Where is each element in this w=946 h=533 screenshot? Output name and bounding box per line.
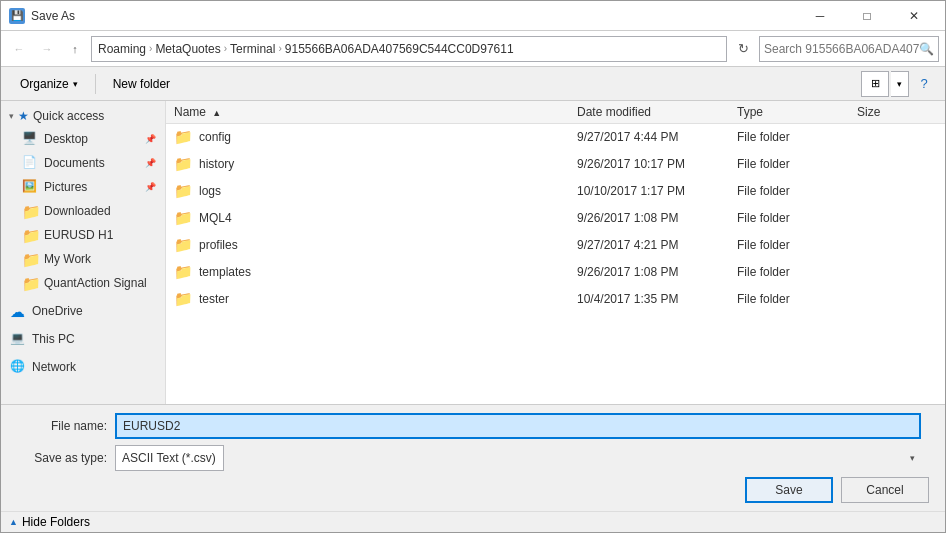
new-folder-label: New folder <box>113 77 170 91</box>
col-name-header[interactable]: Name ▲ <box>174 105 577 119</box>
folder-icon: 📁 <box>174 263 193 281</box>
main-content: ▾ ★ Quick access 🖥️ Desktop 📌 📄 Document… <box>1 101 945 404</box>
file-date-cell: 9/27/2017 4:44 PM <box>577 130 737 144</box>
action-row: Save Cancel <box>17 477 929 503</box>
file-type-cell: File folder <box>737 130 857 144</box>
sidebar-item-downloaded[interactable]: 📁 Downloaded <box>1 199 165 223</box>
organize-label: Organize <box>20 77 69 91</box>
desktop-pin: 📌 <box>145 134 156 144</box>
file-name-cell: 📁 templates <box>174 263 577 281</box>
close-button[interactable]: ✕ <box>891 1 937 31</box>
thispc-section: 💻 This PC <box>1 327 165 351</box>
address-path[interactable]: Roaming › MetaQuotes › Terminal › 915566… <box>91 36 727 62</box>
hide-folders-bar[interactable]: ▲ Hide Folders <box>1 511 945 532</box>
file-date-cell: 9/26/2017 10:17 PM <box>577 157 737 171</box>
table-row[interactable]: 📁 templates 9/26/2017 1:08 PM File folde… <box>166 259 945 286</box>
sort-arrow: ▲ <box>212 108 221 118</box>
filename-label: File name: <box>17 419 107 433</box>
file-type-cell: File folder <box>737 292 857 306</box>
window-controls: ─ □ ✕ <box>797 1 937 31</box>
desktop-label: Desktop <box>44 132 88 146</box>
address-bar: ← → ↑ Roaming › MetaQuotes › Terminal › … <box>1 31 945 67</box>
view-dropdown-button[interactable]: ▾ <box>891 71 909 97</box>
file-name-text: profiles <box>199 238 238 252</box>
folder-icon: 📁 <box>174 209 193 227</box>
table-row[interactable]: 📁 config 9/27/2017 4:44 PM File folder <box>166 124 945 151</box>
folder-icon: 📁 <box>174 182 193 200</box>
file-name-cell: 📁 MQL4 <box>174 209 577 227</box>
refresh-button[interactable]: ↻ <box>731 37 755 61</box>
table-row[interactable]: 📁 tester 10/4/2017 1:35 PM File folder <box>166 286 945 313</box>
quick-access-chevron: ▾ <box>9 111 14 121</box>
savetype-select[interactable]: ASCII Text (*.csv) <box>115 445 224 471</box>
cancel-button[interactable]: Cancel <box>841 477 929 503</box>
breadcrumb-part-4: 915566BA06ADA407569C544CC0D97611 <box>285 42 514 56</box>
table-row[interactable]: 📁 MQL4 9/26/2017 1:08 PM File folder <box>166 205 945 232</box>
table-row[interactable]: 📁 profiles 9/27/2017 4:21 PM File folder <box>166 232 945 259</box>
sidebar-item-pictures[interactable]: 🖼️ Pictures 📌 <box>1 175 165 199</box>
file-name-text: MQL4 <box>199 211 232 225</box>
search-box: 🔍 <box>759 36 939 62</box>
table-row[interactable]: 📁 logs 10/10/2017 1:17 PM File folder <box>166 178 945 205</box>
savetype-row: Save as type: ASCII Text (*.csv) ▾ <box>17 445 929 471</box>
savetype-arrow: ▾ <box>910 453 915 463</box>
breadcrumb-part-1: Roaming <box>98 42 146 56</box>
organize-button[interactable]: Organize ▾ <box>9 71 89 97</box>
onedrive-section: ☁ OneDrive <box>1 299 165 323</box>
file-name-text: templates <box>199 265 251 279</box>
up-button[interactable]: ↑ <box>63 37 87 61</box>
quick-access-header[interactable]: ▾ ★ Quick access <box>1 105 165 127</box>
hide-folders-label: Hide Folders <box>22 515 90 529</box>
toolbar-separator <box>95 74 96 94</box>
bottom-area: File name: Save as type: ASCII Text (*.c… <box>1 404 945 511</box>
eurusd-icon: 📁 <box>22 227 38 243</box>
sidebar-item-mywork[interactable]: 📁 My Work <box>1 247 165 271</box>
col-date-header[interactable]: Date modified <box>577 105 737 119</box>
folder-icon: 📁 <box>174 128 193 146</box>
quantaction-label: QuantAction Signal <box>44 276 147 290</box>
pictures-label: Pictures <box>44 180 87 194</box>
window-title: Save As <box>31 9 797 23</box>
file-name-cell: 📁 config <box>174 128 577 146</box>
col-size-header[interactable]: Size <box>857 105 937 119</box>
forward-button[interactable]: → <box>35 37 59 61</box>
breadcrumb: Roaming › MetaQuotes › Terminal › 915566… <box>98 42 514 56</box>
desktop-icon: 🖥️ <box>22 131 38 147</box>
search-icon[interactable]: 🔍 <box>919 42 934 56</box>
mywork-label: My Work <box>44 252 91 266</box>
sidebar-item-documents[interactable]: 📄 Documents 📌 <box>1 151 165 175</box>
sidebar-item-thispc[interactable]: 💻 This PC <box>1 327 165 351</box>
downloaded-label: Downloaded <box>44 204 111 218</box>
toolbar: Organize ▾ New folder ⊞ ▾ ? <box>1 67 945 101</box>
sidebar-item-eurusd[interactable]: 📁 EURUSD H1 <box>1 223 165 247</box>
pictures-pin: 📌 <box>145 182 156 192</box>
documents-icon: 📄 <box>22 155 38 171</box>
file-type-cell: File folder <box>737 211 857 225</box>
help-button[interactable]: ? <box>911 71 937 97</box>
minimize-button[interactable]: ─ <box>797 1 843 31</box>
col-type-header[interactable]: Type <box>737 105 857 119</box>
filename-input[interactable] <box>115 413 921 439</box>
view-button[interactable]: ⊞ <box>861 71 889 97</box>
sidebar-item-network[interactable]: 🌐 Network <box>1 355 165 379</box>
sidebar: ▾ ★ Quick access 🖥️ Desktop 📌 📄 Document… <box>1 101 166 404</box>
savetype-wrapper: ASCII Text (*.csv) ▾ <box>115 445 921 471</box>
new-folder-button[interactable]: New folder <box>102 71 181 97</box>
file-date-cell: 10/10/2017 1:17 PM <box>577 184 737 198</box>
downloaded-icon: 📁 <box>22 203 38 219</box>
file-name-text: config <box>199 130 231 144</box>
file-type-cell: File folder <box>737 265 857 279</box>
breadcrumb-part-3: Terminal <box>230 42 275 56</box>
save-button[interactable]: Save <box>745 477 833 503</box>
quick-access-section: ▾ ★ Quick access 🖥️ Desktop 📌 📄 Document… <box>1 105 165 295</box>
search-input[interactable] <box>764 42 919 56</box>
network-section: 🌐 Network <box>1 355 165 379</box>
thispc-icon: 💻 <box>10 331 26 347</box>
sidebar-item-desktop[interactable]: 🖥️ Desktop 📌 <box>1 127 165 151</box>
title-bar: 💾 Save As ─ □ ✕ <box>1 1 945 31</box>
maximize-button[interactable]: □ <box>844 1 890 31</box>
table-row[interactable]: 📁 history 9/26/2017 10:17 PM File folder <box>166 151 945 178</box>
back-button[interactable]: ← <box>7 37 31 61</box>
sidebar-item-quantaction[interactable]: 📁 QuantAction Signal <box>1 271 165 295</box>
sidebar-item-onedrive[interactable]: ☁ OneDrive <box>1 299 165 323</box>
